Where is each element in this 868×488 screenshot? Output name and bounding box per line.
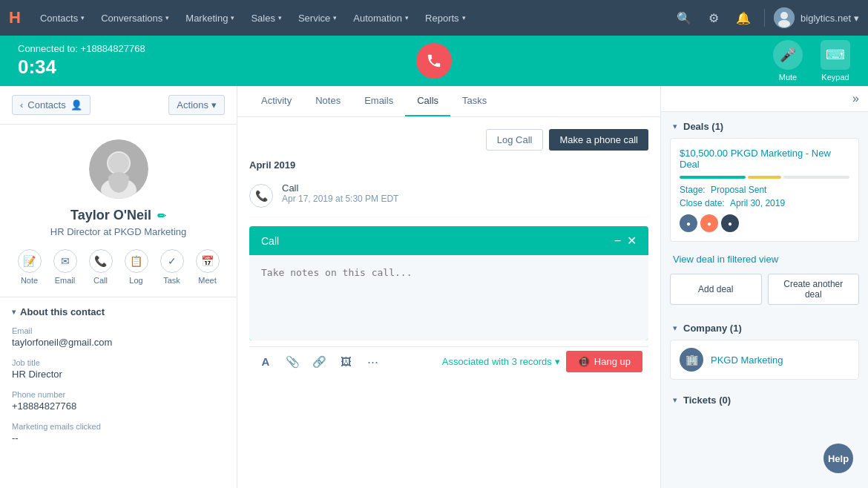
minimize-call-popup-button[interactable]: − [614,234,621,248]
tab-calls[interactable]: Calls [405,86,450,116]
phone-icon: 📞 [89,249,113,273]
about-section-header[interactable]: ▾ About this contact [12,306,225,317]
contact-title: HR Director at PKGD Marketing [50,226,187,237]
meet-button[interactable]: 📅 Meet [196,249,220,285]
create-another-deal-button[interactable]: Create another deal [768,274,860,305]
company-section-header[interactable]: ▾ Company (1) [661,314,868,340]
note-icon: 📝 [18,249,42,273]
end-call-button[interactable] [416,43,452,79]
chevron-down-icon: ▾ [555,356,560,367]
avatar[interactable] [774,7,795,28]
left-sidebar: ‹ Contacts 👤 Actions ▾ Taylor O'Ne [0,86,237,488]
contact-profile: Taylor O'Neil ✏ HR Director at PKGD Mark… [0,125,237,297]
associated-records-badge[interactable]: Associated with 3 records ▾ [442,356,560,367]
log-call-button[interactable]: Log Call [486,129,544,151]
company-card: 🏢 PKGD Marketing [670,340,859,380]
mute-icon: 🎤 [773,40,803,70]
settings-button[interactable]: ⚙ [702,6,726,30]
tab-emails[interactable]: Emails [352,86,405,116]
search-button[interactable]: 🔍 [672,6,696,30]
top-navigation: H Contacts ▾ Conversations ▾ Marketing ▾… [0,0,868,36]
svg-point-6 [108,153,129,174]
account-menu[interactable]: biglytics.net ▾ [800,13,859,24]
tickets-section-header[interactable]: ▾ Tickets (0) [661,386,868,412]
marketing-emails-field: Marketing emails clicked -- [12,422,225,444]
hang-up-button[interactable]: 📵 Hang up [566,351,642,372]
help-button[interactable]: Help [823,444,853,473]
edit-contact-icon[interactable]: ✏ [157,210,166,222]
call-bar-right-actions: 🎤 Mute ⌨ Keypad [573,40,850,82]
right-sidebar: » ▾ Deals (1) $10,500.00 PKGD Marketing … [660,86,868,488]
back-to-contacts-button[interactable]: ‹ Contacts 👤 [12,95,91,115]
tab-notes[interactable]: Notes [303,86,352,116]
deal-progress-bar [680,176,849,179]
attachment-icon[interactable]: 📎 [282,352,303,372]
job-title-field: Job title HR Director [12,358,225,380]
progress-segment-3 [783,176,849,179]
phone-hangup-icon: 📵 [578,356,590,367]
chevron-down-icon: ▾ [333,14,337,22]
nav-item-contacts[interactable]: Contacts ▾ [33,8,92,28]
deals-section-title: Deals (1) [683,121,723,132]
nav-item-sales[interactable]: Sales ▾ [243,8,289,28]
call-bar-center [295,43,573,79]
call-timer: 0:34 [18,56,295,79]
nav-right-actions: 🔍 ⚙ 🔔 biglytics.net ▾ [672,6,859,30]
avatar [89,139,148,199]
hubspot-logo[interactable]: H [9,8,21,27]
call-popup-title: Call [261,235,279,247]
company-name-link[interactable]: PKGD Marketing [711,355,783,366]
collapse-sidebar-button[interactable]: » [852,92,859,105]
deal-owner-avatar-2: ● [700,214,718,232]
close-call-popup-button[interactable]: ✕ [627,234,637,248]
deal-owner-avatar-3: ● [721,214,739,232]
view-deal-link[interactable]: View deal in filtered view [661,251,868,271]
tab-activity[interactable]: Activity [249,86,303,116]
task-icon: ✓ [160,249,184,273]
chevron-down-icon: ▾ [854,13,859,24]
nav-item-conversations[interactable]: Conversations ▾ [93,8,177,28]
phone-field: Phone number +18884827768 [12,390,225,412]
deal-name-link[interactable]: $10,500.00 PKGD Marketing - New Deal [680,148,849,170]
text-format-icon[interactable]: A [255,352,276,372]
keypad-button[interactable]: ⌨ Keypad [821,40,850,82]
chevron-down-icon: ▾ [462,14,466,22]
call-details: Call Apr 17, 2019 at 5:30 PM EDT [282,182,648,204]
chevron-down-icon: ▾ [165,14,169,22]
notifications-button[interactable]: 🔔 [731,6,755,30]
call-popup: Call − ✕ [249,226,648,340]
call-notes-input[interactable] [261,267,637,326]
call-popup-controls: − ✕ [614,234,637,248]
note-button[interactable]: 📝 Note [18,249,42,285]
mute-button[interactable]: 🎤 Mute [773,40,803,82]
email-button[interactable]: ✉ Email [53,249,77,285]
actions-dropdown-button[interactable]: Actions ▾ [168,95,225,115]
deal-owner-avatar-1: ● [680,214,697,232]
nav-item-automation[interactable]: Automation ▾ [346,8,416,28]
keypad-icon: ⌨ [821,40,850,70]
call-button[interactable]: 📞 Call [89,249,113,285]
tab-tasks[interactable]: Tasks [450,86,499,116]
task-button[interactable]: ✓ Task [160,249,184,285]
chevron-down-icon: ▾ [12,308,16,316]
contact-name: Taylor O'Neil ✏ [70,208,166,223]
more-icon[interactable]: ⋯ [362,352,383,372]
chevron-down-icon: ▾ [81,14,85,22]
log-button[interactable]: 📋 Log [125,249,148,285]
calls-action-bar: Log Call Make a phone call [249,129,648,151]
progress-segment-2 [748,176,781,179]
add-deal-button[interactable]: Add deal [670,274,762,305]
link-icon[interactable]: 🔗 [309,352,329,372]
nav-item-service[interactable]: Service ▾ [291,8,344,28]
chevron-down-icon: ▾ [211,99,217,111]
deal-stage-link[interactable]: Proposal Sent [711,185,766,195]
image-icon[interactable]: 🖼 [335,352,356,372]
person-icon: 👤 [70,99,82,111]
make-phone-call-button[interactable]: Make a phone call [549,129,648,151]
nav-item-marketing[interactable]: Marketing ▾ [178,8,242,28]
call-bar: Connected to: +18884827768 0:34 🎤 Mute ⌨… [0,36,868,86]
nav-item-reports[interactable]: Reports ▾ [418,8,473,28]
main-layout: ‹ Contacts 👤 Actions ▾ Taylor O'Ne [0,86,868,488]
deals-section-header[interactable]: ▾ Deals (1) [661,112,868,138]
chevron-down-icon: ▾ [231,14,234,22]
